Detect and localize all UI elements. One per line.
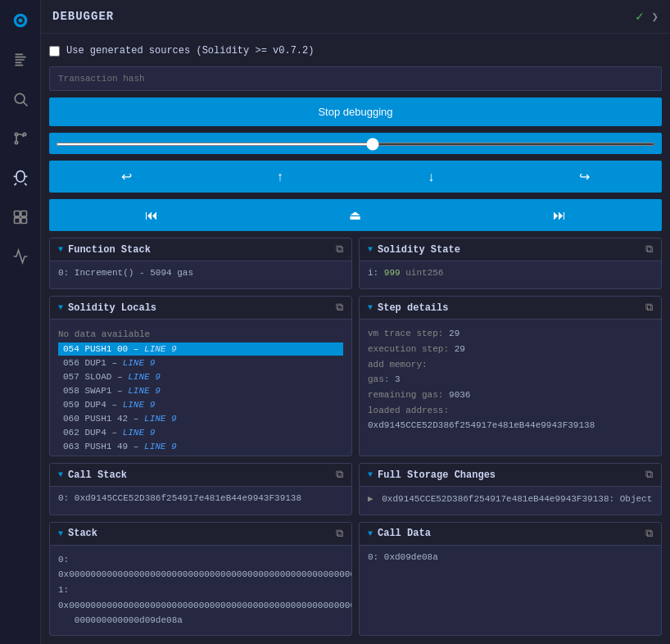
assembly-item[interactable]: 058 SWAP1 – LINE 9 [58,384,343,397]
step-details-panel: ▼ Step details ⧉ vm trace step: 29 execu… [359,296,662,456]
call-data-chevron[interactable]: ▼ [368,529,373,538]
stack-copy-icon[interactable]: ⧉ [336,528,343,540]
call-stack-copy-icon[interactable]: ⧉ [336,469,343,481]
full-storage-chevron[interactable]: ▼ [368,470,373,479]
git-icon[interactable] [8,126,33,151]
full-storage-copy-icon[interactable]: ⧉ [645,469,653,481]
assembly-item[interactable]: 062 DUP4 – LINE 9 [58,426,343,439]
call-data-header: ▼ Call Data ⧉ [360,523,661,546]
call-data-copy-icon[interactable]: ⧉ [645,528,653,540]
function-stack-panel: ▼ Function Stack ⧉ 0: Increment() - 5094… [49,238,352,289]
solidity-locals-copy-icon[interactable]: ⧉ [336,302,343,314]
full-storage-body: ▶ 0xd9145CCE52D386f254917e481eB44e9943F3… [360,487,661,510]
panels-row-2: ▼ Solidity Locals ⧉ No data available 05… [49,296,662,456]
storage-arrow[interactable]: ▶ [368,494,373,504]
stack-panel: ▼ Stack ⧉ 0: 0x0000000000000000000000000… [49,522,352,636]
call-stack-title: Call Stack [68,469,127,481]
call-data-title: Call Data [378,528,431,539]
step-details-title: Step details [378,302,448,314]
jump-middle-button[interactable]: ⏏ [341,204,369,226]
assembly-item[interactable]: 056 DUP1 – LINE 9 [58,356,343,370]
progress-slider-container [49,133,662,154]
search-icon[interactable] [8,87,33,111]
svg-rect-3 [15,54,23,56]
svg-point-11 [23,133,25,135]
function-stack-copy-icon[interactable]: ⧉ [336,243,343,256]
gas: gas: 3 [368,372,653,388]
progress-slider[interactable] [56,143,655,146]
svg-rect-16 [20,218,26,224]
svg-rect-7 [15,65,23,66]
header-actions: ✓ ❯ [636,8,659,25]
full-storage-title: Full Storage Changes [378,469,496,481]
svg-point-12 [15,141,17,143]
step-over-button[interactable]: ↓ [419,166,442,188]
step-details-header: ▼ Step details ⧉ [360,297,661,320]
solidity-state-panel: ▼ Solidity State ⧉ i: 999 uint256 [359,238,662,289]
function-stack-title: Function Stack [68,244,151,256]
step-into-button[interactable]: ↑ [269,166,292,188]
call-data-body: 0: 0xd09de08a [360,546,661,569]
solidity-state-chevron[interactable]: ▼ [368,245,373,254]
svg-rect-15 [14,218,20,224]
full-storage-panel: ▼ Full Storage Changes ⧉ ▶ 0xd9145CCE52D… [359,463,662,515]
stack-list: 0: 0x00000000000000000000000000000000000… [58,552,343,628]
stats-icon[interactable] [8,244,33,269]
step-back-button[interactable]: ↩ [113,166,140,188]
stack-item-1: 1: 0x00000000000000000000000000000000000… [58,583,343,628]
svg-point-10 [15,133,17,135]
content-area: Use generated sources (Solidity >= v0.7.… [41,34,670,644]
function-stack-header: ▼ Function Stack ⧉ [50,238,351,261]
nav-row-1: ↩ ↑ ↓ ↪ [49,161,662,193]
stack-chevron[interactable]: ▼ [58,529,63,538]
solidity-state-copy-icon[interactable]: ⧉ [645,243,653,256]
files-icon[interactable] [8,48,33,72]
call-stack-panel: ▼ Call Stack ⧉ 0: 0xd9145CCE52D386f25491… [49,463,352,515]
plugin-icon[interactable] [8,205,33,229]
solidity-state-header: ▼ Solidity State ⧉ [360,238,661,261]
step-details-copy-icon[interactable]: ⧉ [645,302,653,314]
step-forward-button[interactable]: ↪ [571,166,598,188]
function-stack-item: 0: Increment() - 5094 gas [58,268,343,278]
svg-rect-4 [15,57,25,58]
close-icon[interactable]: ❯ [652,10,659,24]
step-details-chevron[interactable]: ▼ [368,303,373,312]
stack-header: ▼ Stack ⧉ [50,523,351,546]
generated-sources-checkbox[interactable] [49,46,60,57]
svg-point-8 [15,93,25,103]
check-icon: ✓ [636,8,644,25]
assembly-list: 054 PUSH1 00 – LINE 9056 DUP1 – LINE 905… [58,342,343,449]
remix-logo-icon[interactable] [8,8,33,33]
vm-trace-step: vm trace step: 29 [368,326,653,342]
panels-row-4: ▼ Stack ⧉ 0: 0x0000000000000000000000000… [49,522,662,636]
panels-row-3: ▼ Call Stack ⧉ 0: 0xd9145CCE52D386f25491… [49,463,662,515]
main-panel: DEBUGGER ✓ ❯ Use generated sources (Soli… [41,0,670,644]
assembly-item[interactable]: 063 PUSH1 49 – LINE 9 [58,440,343,449]
svg-rect-13 [14,211,20,217]
jump-last-button[interactable]: ⏭ [545,205,574,226]
tx-hash-input[interactable]: 0xc2eea2c0dc1867a0e8acaa3b055f5566ec9bda… [49,66,662,91]
call-stack-body: 0: 0xd9145CCE52D386f254917e481eB44e9943F… [50,487,351,510]
jump-first-button[interactable]: ⏮ [137,205,166,226]
add-memory: add memory: [368,357,653,373]
call-stack-chevron[interactable]: ▼ [58,470,63,479]
stop-debugging-button[interactable]: Stop debugging [49,98,662,126]
assembly-item[interactable]: 054 PUSH1 00 – LINE 9 [58,342,343,356]
call-stack-header: ▼ Call Stack ⧉ [50,464,351,487]
debug-icon[interactable] [8,166,33,190]
assembly-item[interactable]: 060 PUSH1 42 – LINE 9 [58,412,343,425]
call-data-panel: ▼ Call Data ⧉ 0: 0xd09de08a [359,522,662,636]
sidebar [0,0,41,644]
no-data-label: No data available [58,326,343,342]
calldata-item-0: 0: 0xd09de08a [368,552,653,562]
solidity-locals-chevron[interactable]: ▼ [58,303,63,312]
assembly-item[interactable]: 059 DUP4 – LINE 9 [58,398,343,411]
assembly-item[interactable]: 057 SLOAD – LINE 9 [58,370,343,383]
svg-point-2 [18,19,22,23]
function-stack-body: 0: Increment() - 5094 gas [50,261,351,284]
svg-line-9 [23,102,27,107]
svg-rect-14 [20,211,26,217]
function-stack-chevron[interactable]: ▼ [58,245,63,254]
call-stack-item: 0: 0xd9145CCE52D386f254917e481eB44e9943F… [58,493,343,503]
full-storage-header: ▼ Full Storage Changes ⧉ [360,464,661,487]
